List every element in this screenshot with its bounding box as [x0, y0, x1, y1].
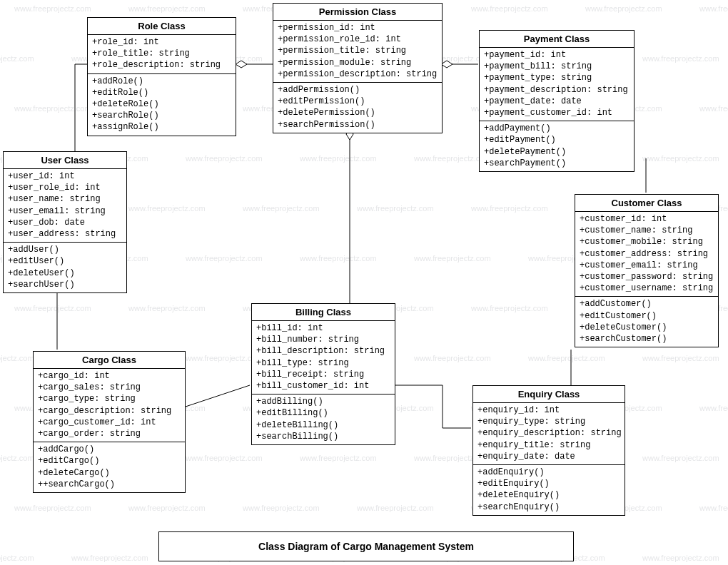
- class-member: +searchUser(): [8, 279, 122, 290]
- class-member: +permission_role_id: int: [278, 34, 438, 45]
- class-member: +cargo_description: string: [38, 405, 181, 417]
- class-member: +user_email: string: [8, 205, 122, 217]
- class-billing: Billing Class +bill_id: int+bill_number:…: [251, 303, 395, 445]
- attributes: +permission_id: int+permission_role_id: …: [273, 21, 442, 83]
- class-member: +role_description: string: [92, 59, 231, 71]
- class-member: +permission_id: int: [278, 22, 438, 34]
- class-member: +customer_name: string: [580, 225, 714, 236]
- methods: +addUser()+editUser()+deleteUser()+searc…: [4, 243, 126, 292]
- class-member: +assignRole(): [92, 121, 231, 133]
- class-member: +enquiry_title: string: [477, 439, 620, 451]
- class-member: +user_id: int: [8, 170, 122, 182]
- class-member: +payment_date: date: [484, 96, 630, 107]
- class-title: Permission Class: [273, 4, 442, 21]
- class-member: +editCargo(): [38, 455, 181, 467]
- methods: +addPayment()+editPayment()+deletePaymen…: [480, 121, 634, 171]
- class-member: +editPermission(): [278, 96, 438, 107]
- class-member: +cargo_sales: string: [38, 382, 181, 393]
- class-member: +permission_description: string: [278, 68, 438, 80]
- class-member: +enquiry_id: int: [477, 404, 620, 416]
- class-member: +customer_address: string: [580, 248, 714, 260]
- class-member: +deleteEnquiry(): [477, 489, 620, 501]
- class-title: User Class: [4, 152, 126, 169]
- class-member: +searchPayment(): [484, 158, 630, 169]
- class-member: +user_name: string: [8, 193, 122, 205]
- attributes: +enquiry_id: int+enquiry_type: string+en…: [473, 403, 625, 465]
- class-member: +customer_username: string: [580, 282, 714, 294]
- class-member: +editRole(): [92, 87, 231, 98]
- class-member: +payment_bill: string: [484, 61, 630, 72]
- class-member: +addRole(): [92, 76, 231, 87]
- class-title: Cargo Class: [34, 352, 185, 369]
- class-member: +editPayment(): [484, 134, 630, 146]
- class-member: +user_dob: date: [8, 217, 122, 228]
- attributes: +customer_id: int+customer_name: string+…: [575, 212, 718, 297]
- class-member: +deleteCustomer(): [580, 322, 714, 333]
- attributes: +bill_id: int+bill_number: string+bill_d…: [252, 321, 395, 395]
- class-member: +bill_description: string: [256, 345, 390, 357]
- class-member: +searchRole(): [92, 110, 231, 121]
- class-member: +enquiry_date: date: [477, 451, 620, 462]
- class-member: +addCargo(): [38, 444, 181, 455]
- methods: +addPermission()+editPermission()+delete…: [273, 83, 442, 133]
- class-member: ++searchCargo(): [38, 479, 181, 490]
- diagram-canvas: Role Class +role_id: int+role_title: str…: [0, 0, 728, 565]
- class-member: +addCustomer(): [580, 298, 714, 310]
- class-member: +user_address: string: [8, 228, 122, 240]
- class-member: +customer_email: string: [580, 260, 714, 271]
- class-member: +searchPermission(): [278, 119, 438, 131]
- class-member: +addPermission(): [278, 84, 438, 96]
- class-member: +cargo_customer_id: int: [38, 417, 181, 428]
- diagram-title: Class Diagram of Cargo Management System: [158, 531, 574, 561]
- class-member: +editEnquiry(): [477, 478, 620, 489]
- methods: +addCustomer()+editCustomer()+deleteCust…: [575, 297, 718, 347]
- class-member: +role_id: int: [92, 36, 231, 48]
- class-member: +payment_customer_id: int: [484, 107, 630, 118]
- class-member: +permission_title: string: [278, 45, 438, 56]
- class-member: +customer_id: int: [580, 213, 714, 225]
- class-permission: Permission Class +permission_id: int+per…: [273, 3, 443, 133]
- attributes: +payment_id: int+payment_bill: string+pa…: [480, 48, 634, 121]
- class-title: Billing Class: [252, 304, 395, 321]
- class-member: +editUser(): [8, 255, 122, 267]
- class-member: +addEnquiry(): [477, 467, 620, 478]
- class-member: +payment_id: int: [484, 49, 630, 61]
- class-member: +enquiry_description: string: [477, 427, 620, 439]
- class-member: +deleteUser(): [8, 268, 122, 279]
- class-member: +deleteBilling(): [256, 419, 390, 431]
- class-member: +editBilling(): [256, 407, 390, 419]
- class-member: +deleteRole(): [92, 98, 231, 110]
- class-customer: Customer Class +customer_id: int+custome…: [575, 194, 719, 347]
- class-member: +payment_type: string: [484, 72, 630, 83]
- class-member: +editCustomer(): [580, 310, 714, 322]
- class-member: +addBilling(): [256, 396, 390, 407]
- class-title: Role Class: [88, 18, 236, 35]
- class-member: +payment_description: string: [484, 84, 630, 96]
- class-member: +searchBilling(): [256, 431, 390, 442]
- class-member: +bill_number: string: [256, 334, 390, 345]
- methods: +addCargo()+editCargo()+deleteCargo()++s…: [34, 442, 185, 492]
- class-member: +bill_type: string: [256, 357, 390, 369]
- class-member: +deletePermission(): [278, 107, 438, 118]
- class-cargo: Cargo Class +cargo_id: int+cargo_sales: …: [33, 351, 186, 493]
- diagram-title-text: Class Diagram of Cargo Management System: [258, 541, 474, 552]
- class-member: +customer_mobile: string: [580, 236, 714, 248]
- methods: +addBilling()+editBilling()+deleteBillin…: [252, 395, 395, 444]
- class-member: +searchCustomer(): [580, 333, 714, 345]
- methods: +addEnquiry()+editEnquiry()+deleteEnquir…: [473, 465, 625, 515]
- class-member: +cargo_type: string: [38, 393, 181, 404]
- class-member: +addPayment(): [484, 123, 630, 134]
- class-member: +bill_id: int: [256, 322, 390, 334]
- class-member: +bill_receipt: string: [256, 369, 390, 380]
- class-member: +cargo_id: int: [38, 370, 181, 382]
- class-member: +deleteCargo(): [38, 467, 181, 479]
- class-member: +user_role_id: int: [8, 182, 122, 193]
- attributes: +user_id: int+user_role_id: int+user_nam…: [4, 169, 126, 243]
- class-member: +role_title: string: [92, 48, 231, 59]
- methods: +addRole()+editRole()+deleteRole()+searc…: [88, 74, 236, 136]
- class-title: Customer Class: [575, 195, 718, 212]
- class-title: Payment Class: [480, 31, 634, 48]
- class-user: User Class +user_id: int+user_role_id: i…: [3, 151, 127, 293]
- class-member: +addUser(): [8, 244, 122, 255]
- class-title: Enquiry Class: [473, 386, 625, 403]
